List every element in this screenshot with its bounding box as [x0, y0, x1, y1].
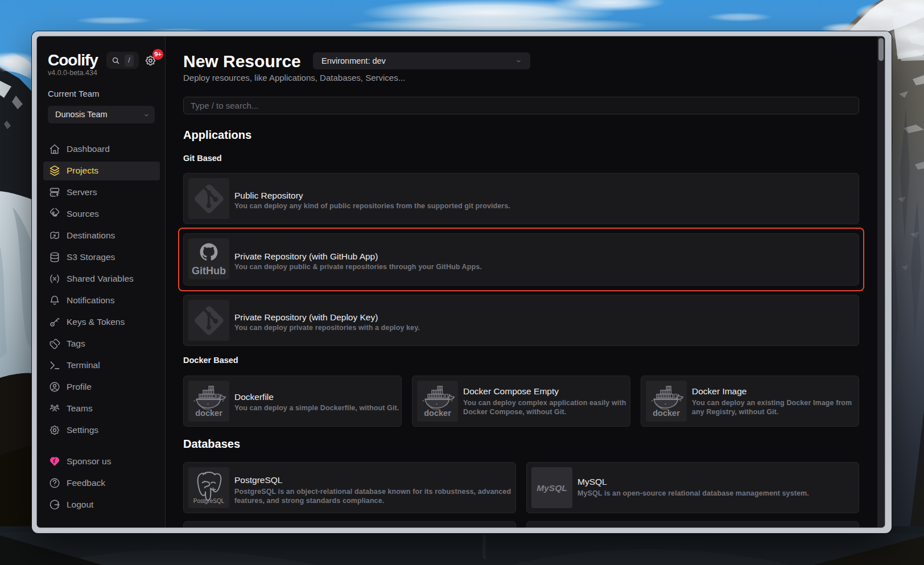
svg-text:PostgreSQL: PostgreSQL [193, 498, 225, 504]
svg-text:GitHub: GitHub [192, 265, 226, 277]
svg-text:docker: docker [424, 409, 451, 418]
svg-text:MySQL: MySQL [537, 483, 567, 493]
svg-text:docker: docker [653, 409, 680, 418]
svg-text:docker: docker [195, 409, 222, 418]
